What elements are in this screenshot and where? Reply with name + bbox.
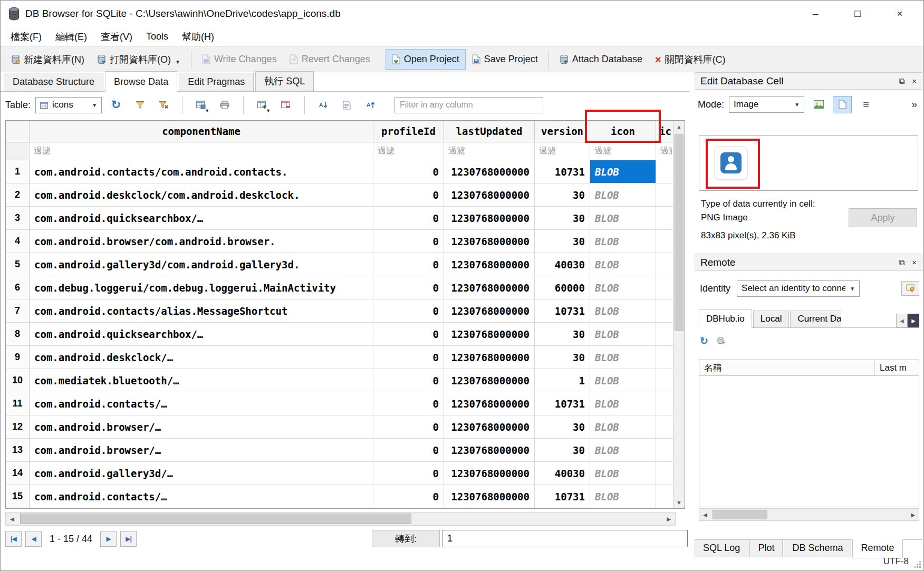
column-header-icon[interactable]: icon [590, 121, 656, 142]
cell-icon-blob[interactable]: BLOB [590, 299, 656, 322]
cell-componentname[interactable]: com.android.quicksearchbox/… [30, 207, 373, 229]
last-record-button[interactable]: ▶| [120, 531, 137, 547]
close-database-button[interactable]: × 關閉資料庫(C) [649, 49, 732, 71]
cell-icon-blob[interactable]: BLOB [590, 346, 656, 369]
text-view-button[interactable] [833, 96, 852, 113]
remote-scroll-left-button[interactable]: ◀ [699, 509, 711, 520]
cell-lastupdated[interactable]: 1230768000000 [444, 183, 535, 206]
cell-lastupdated[interactable]: 1230768000000 [444, 392, 535, 415]
cell-profileid[interactable]: 0 [373, 160, 444, 183]
sort-desc-button[interactable]: A [361, 96, 380, 114]
row-number[interactable]: 11 [6, 392, 30, 415]
cell-profileid[interactable]: 0 [373, 485, 444, 508]
first-record-button[interactable]: |◀ [5, 531, 22, 547]
cell-componentname[interactable]: com.android.quicksearchbox/… [30, 323, 373, 345]
new-database-button[interactable]: 新建資料庫(N) [5, 49, 91, 71]
cell-lastupdated[interactable]: 1230768000000 [444, 160, 535, 183]
revert-changes-button[interactable]: Revert Changes [283, 49, 377, 70]
cell-componentname[interactable]: com.debug.loggerui/com.debug.loggerui.Ma… [30, 276, 373, 299]
cell-icon-blob[interactable]: BLOB [590, 439, 656, 461]
cell-version[interactable]: 10731 [535, 160, 590, 183]
maximize-button[interactable]: □ [845, 4, 870, 23]
cell-icon-blob[interactable]: BLOB [590, 485, 656, 508]
dock-tab-remote[interactable]: Remote [852, 539, 902, 558]
cell-icon-blob[interactable]: BLOB [590, 230, 656, 253]
row-number[interactable]: 13 [6, 439, 30, 461]
refresh-button[interactable]: ↻ [107, 96, 126, 114]
scroll-up-button[interactable]: ▲ [673, 121, 685, 132]
filter-input-lastupdated[interactable]: 過濾 [444, 142, 535, 160]
cell-version[interactable]: 10731 [535, 485, 590, 508]
row-number[interactable]: 5 [6, 253, 30, 276]
cell-profileid[interactable]: 0 [373, 276, 444, 299]
next-record-button[interactable]: ▶ [100, 531, 117, 547]
cell-version[interactable]: 30 [535, 346, 590, 369]
previous-record-button[interactable]: ◀ [25, 531, 42, 547]
open-database-dropdown-caret-icon[interactable]: ▼ [175, 59, 180, 66]
attach-database-button[interactable]: Attach Database [553, 49, 649, 70]
cell-lastupdated[interactable]: 1230768000000 [444, 230, 535, 253]
cell-profileid[interactable]: 0 [373, 323, 444, 345]
word-wrap-button[interactable]: ≡ [856, 96, 875, 113]
cell-lastupdated[interactable]: 1230768000000 [444, 415, 535, 438]
filter-input-icon[interactable]: 過濾 [590, 142, 656, 160]
edit-record-button[interactable] [338, 96, 357, 114]
column-header-truncated[interactable]: ic [656, 121, 672, 142]
tab-execute-sql[interactable]: 執行 SQL [255, 71, 314, 91]
cell-version[interactable]: 10731 [535, 299, 590, 322]
cell-componentname[interactable]: com.android.contacts/… [30, 392, 373, 415]
import-certificate-button[interactable] [901, 281, 919, 296]
dock-tab-plot[interactable]: Plot [749, 540, 783, 557]
column-header-version[interactable]: version [535, 121, 590, 142]
save-project-button[interactable]: Save Project [466, 49, 544, 70]
goto-button[interactable]: 轉到: [372, 530, 440, 547]
save-results-button[interactable]: ▼ [191, 96, 210, 114]
cell-profileid[interactable]: 0 [373, 253, 444, 276]
cell-icon-blob[interactable]: BLOB [590, 392, 656, 415]
vertical-scrollbar-thumb[interactable] [675, 134, 684, 331]
row-number[interactable]: 6 [6, 276, 30, 299]
row-number[interactable]: 7 [6, 299, 30, 322]
cell-icon-blob[interactable]: BLOB [590, 160, 656, 183]
column-header-profileid[interactable]: profileId [373, 121, 444, 142]
scroll-left-button[interactable]: ◀ [6, 512, 18, 525]
cell-icon-blob[interactable]: BLOB [590, 369, 656, 392]
cell-icon-blob[interactable]: BLOB [590, 415, 656, 438]
scroll-down-button[interactable]: ▼ [673, 497, 685, 508]
cell-profileid[interactable]: 0 [373, 183, 444, 206]
cell-lastupdated[interactable]: 1230768000000 [444, 253, 535, 276]
cell-version[interactable]: 60000 [535, 276, 590, 299]
filter-input-version[interactable]: 過濾 [535, 142, 590, 160]
cell-profileid[interactable]: 0 [373, 369, 444, 392]
undock-panel-icon[interactable]: ⧉ [899, 77, 905, 85]
apply-button[interactable]: Apply [849, 208, 917, 227]
row-number[interactable]: 3 [6, 207, 30, 229]
row-number[interactable]: 8 [6, 323, 30, 345]
row-number[interactable]: 9 [6, 346, 30, 369]
row-number[interactable]: 10 [6, 369, 30, 392]
cell-profileid[interactable]: 0 [373, 207, 444, 229]
cell-lastupdated[interactable]: 1230768000000 [444, 485, 535, 508]
row-number[interactable]: 15 [6, 485, 30, 508]
cell-profileid[interactable]: 0 [373, 299, 444, 322]
filter-input-componentname[interactable]: 過濾 [30, 142, 373, 160]
menu-view[interactable]: 查看(V) [94, 27, 139, 46]
cell-icon-blob[interactable]: BLOB [590, 276, 656, 299]
insert-record-button[interactable]: ▼ [253, 96, 272, 114]
row-number[interactable]: 4 [6, 230, 30, 253]
cell-icon-blob[interactable]: BLOB [590, 183, 656, 206]
remote-column-last-modified[interactable]: Last m [874, 360, 919, 375]
cell-profileid[interactable]: 0 [373, 462, 444, 485]
row-number[interactable]: 14 [6, 462, 30, 485]
cell-profileid[interactable]: 0 [373, 230, 444, 253]
cell-lastupdated[interactable]: 1230768000000 [444, 207, 535, 229]
table-select[interactable]: icons ▼ [35, 97, 102, 113]
tab-browse-data[interactable]: Browse Data [105, 71, 177, 92]
print-button[interactable] [215, 96, 234, 114]
horizontal-scrollbar-thumb[interactable] [20, 514, 411, 524]
cell-lastupdated[interactable]: 1230768000000 [444, 346, 535, 369]
tab-database-structure[interactable]: Database Structure [4, 73, 103, 91]
remote-tab-local[interactable]: Local [753, 311, 790, 327]
remote-scrollbar-thumb[interactable] [713, 510, 767, 519]
clear-filter-button[interactable] [154, 96, 173, 114]
